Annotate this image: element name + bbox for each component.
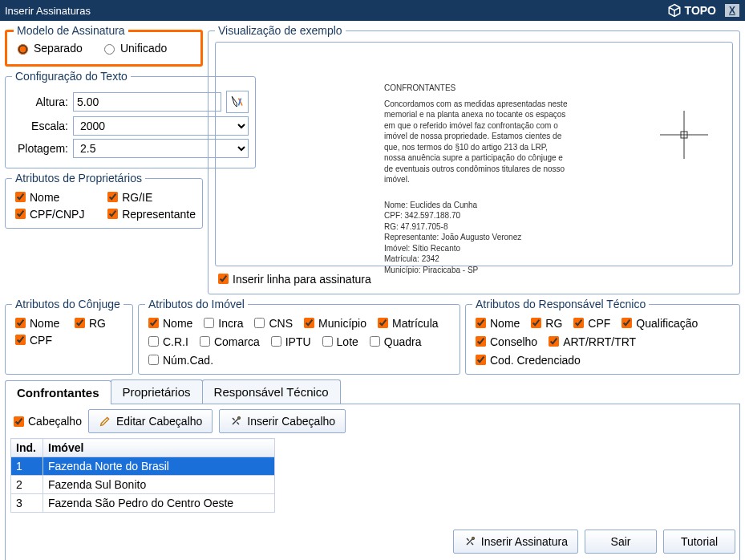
table-row[interactable]: 3Fazenda São Pedro do Centro Oeste bbox=[11, 494, 275, 513]
svg-point-3 bbox=[238, 417, 241, 420]
plotagem-label: Plotagem: bbox=[12, 142, 68, 155]
check-rt-cod[interactable]: Cod. Credenciado bbox=[472, 352, 581, 367]
modelo-assinatura-fieldset: Modelo de Assinatura Separado Unificado bbox=[5, 24, 203, 67]
attr-proprietarios-fieldset: Atributos de Proprietários Nome RG/IE CP… bbox=[5, 172, 203, 229]
check-inserir-linha[interactable]: Inserir linha para assinatura bbox=[215, 271, 371, 286]
check-prop-cpfcnpj[interactable]: CPF/CNPJ bbox=[12, 206, 99, 221]
check-imovel-quadra[interactable]: Quadra bbox=[366, 334, 422, 349]
tab-confrontantes[interactable]: Confrontantes bbox=[5, 380, 111, 404]
check-cabecalho[interactable]: Cabeçalho bbox=[10, 414, 82, 429]
check-rt-conselho[interactable]: Conselho bbox=[472, 334, 537, 349]
tab-proprietarios[interactable]: Proprietários bbox=[111, 379, 203, 404]
modelo-legend: Modelo de Assinatura bbox=[14, 24, 128, 37]
tutorial-button[interactable]: Tutorial bbox=[663, 530, 735, 554]
confrontantes-table: Ind.Imóvel 1Fazenda Norte do Brasil 2Faz… bbox=[10, 438, 275, 513]
titlebar: Inserir Assinaturas TOPO X bbox=[0, 0, 745, 21]
edit-icon bbox=[99, 415, 111, 428]
table-row[interactable]: 1Fazenda Norte do Brasil bbox=[11, 457, 275, 476]
check-conj-nome[interactable]: Nome bbox=[12, 315, 67, 331]
preview-legend: Visualização de exemplo bbox=[215, 24, 346, 37]
svg-point-4 bbox=[472, 538, 474, 540]
check-imovel-cns[interactable]: CNS bbox=[251, 315, 293, 331]
check-imovel-numcad[interactable]: Núm.Cad. bbox=[145, 352, 213, 367]
check-imovel-cri[interactable]: C.R.I bbox=[145, 334, 188, 349]
crosshair-icon bbox=[660, 111, 708, 159]
sair-button[interactable]: Sair bbox=[585, 530, 657, 554]
check-prop-rgie[interactable]: RG/IE bbox=[104, 189, 196, 205]
insert-icon bbox=[464, 535, 476, 548]
check-rt-rg[interactable]: RG bbox=[528, 315, 562, 331]
inserir-assinatura-button[interactable]: Inserir Assinatura bbox=[453, 530, 578, 554]
preview-canvas: CONFRONTANTES Concordamos com as medidas… bbox=[215, 42, 733, 266]
attr-imovel-fieldset: Atributos do Imóvel Nome Incra CNS Munic… bbox=[138, 298, 460, 375]
check-conj-cpf[interactable]: CPF bbox=[12, 332, 67, 347]
check-rt-qualif[interactable]: Qualificação bbox=[618, 315, 698, 331]
config-legend: Configuração do Texto bbox=[12, 70, 131, 83]
check-prop-nome[interactable]: Nome bbox=[12, 189, 99, 205]
col-imovel: Imóvel bbox=[43, 439, 275, 457]
tabs: Confrontantes Proprietários Responsável … bbox=[5, 379, 740, 404]
table-row[interactable]: 2Fazenda Sul Bonito bbox=[11, 476, 275, 494]
app-logo: TOPO bbox=[667, 3, 716, 18]
check-rt-cpf[interactable]: CPF bbox=[570, 315, 610, 331]
preview-header: CONFRONTANTES bbox=[384, 83, 657, 94]
check-conj-rg[interactable]: RG bbox=[71, 315, 126, 331]
radio-unificado[interactable]: Unificado bbox=[100, 42, 167, 55]
check-imovel-lote[interactable]: Lote bbox=[319, 334, 358, 349]
check-prop-repr[interactable]: Representante bbox=[104, 206, 196, 221]
col-ind: Ind. bbox=[11, 439, 43, 457]
check-rt-nome[interactable]: Nome bbox=[472, 315, 520, 331]
altura-input[interactable] bbox=[73, 92, 221, 112]
check-rt-art[interactable]: ART/RRT/TRT bbox=[545, 334, 636, 349]
preview-body: Concordamos com as medidas apresentadas … bbox=[384, 99, 569, 185]
radio-separado[interactable]: Separado bbox=[14, 42, 83, 55]
check-imovel-iptu[interactable]: IPTU bbox=[268, 334, 311, 349]
check-imovel-comarca[interactable]: Comarca bbox=[196, 334, 260, 349]
window-title: Inserir Assinaturas bbox=[5, 5, 91, 17]
check-imovel-matricula[interactable]: Matrícula bbox=[375, 315, 439, 331]
attr-rt-fieldset: Atributos do Responsável Técnico Nome RG… bbox=[465, 298, 740, 375]
attr-prop-legend: Atributos de Proprietários bbox=[12, 172, 145, 185]
editar-cabecalho-button[interactable]: Editar Cabeçalho bbox=[88, 409, 213, 433]
check-imovel-incra[interactable]: Incra bbox=[200, 315, 243, 331]
check-imovel-nome[interactable]: Nome bbox=[145, 315, 192, 331]
attr-conjuge-fieldset: Atributos do Cônjuge Nome RG CPF bbox=[5, 298, 133, 375]
check-imovel-municipio[interactable]: Município bbox=[301, 315, 366, 331]
insert-icon bbox=[229, 415, 242, 428]
tab-responsavel-tecnico[interactable]: Responsável Técnico bbox=[202, 379, 341, 404]
altura-label: Altura: bbox=[12, 95, 68, 108]
close-button[interactable]: X bbox=[724, 3, 740, 18]
escala-label: Escala: bbox=[12, 120, 68, 132]
preview-fieldset: Visualização de exemplo CONFRONTANTES Co… bbox=[208, 24, 740, 294]
inserir-cabecalho-button[interactable]: Inserir Cabeçalho bbox=[219, 409, 346, 433]
